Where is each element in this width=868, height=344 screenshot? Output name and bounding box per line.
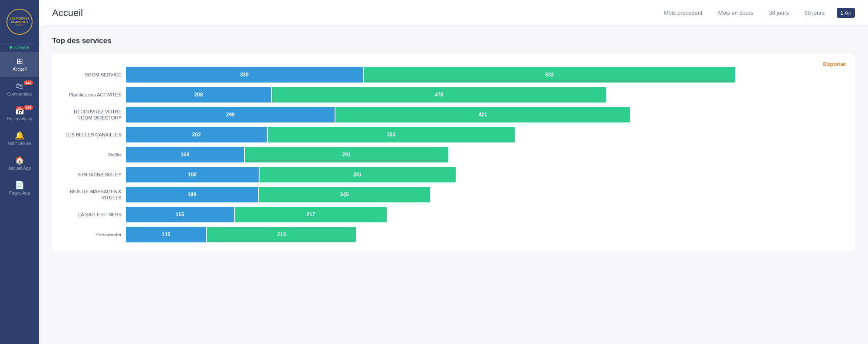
sidebar-item-pages-app[interactable]: 📄 Pages App: [0, 176, 39, 201]
bar-green: 245: [259, 187, 430, 202]
sidebar-item-label: Notifications: [8, 141, 31, 146]
bar-blue: 190: [126, 167, 259, 182]
accueil-app-icon: 🏠: [15, 156, 24, 164]
sidebar-logo: LES ROCHESBLANCHES CASSIS: [0, 0, 39, 43]
chart-row: BEAUTÉ MASSAGES & RITUELS189245: [61, 187, 842, 202]
bar-container: 202353: [126, 127, 842, 142]
sidebar-item-commandes[interactable]: 126 🛍 Commandes: [0, 77, 39, 102]
bar-container: 208478: [126, 87, 842, 103]
row-label: Netflix: [61, 152, 122, 158]
bar-green: 291: [245, 147, 448, 162]
section-title: Top des services: [52, 36, 855, 45]
bar-blue: 115: [126, 227, 206, 242]
pages-app-icon: 📄: [15, 181, 24, 189]
bar-blue: 299: [126, 107, 335, 122]
bar-blue: 202: [126, 127, 267, 142]
bar-container: 299421: [126, 107, 842, 122]
connected-dot: [10, 46, 12, 49]
bar-container: 339532: [126, 67, 842, 83]
reservations-badge: 283: [24, 105, 33, 110]
row-label: SPA SOINS SISLEY: [61, 172, 122, 178]
chart-row: Pressreader115213: [61, 227, 842, 242]
chart-row: LES BELLES CANAILLES202353: [61, 127, 842, 142]
sidebar-item-accueil[interactable]: ⊞ Accueil: [0, 52, 39, 77]
bar-green: 532: [364, 67, 736, 83]
commandes-badge: 126: [24, 80, 33, 85]
row-label: ROOM SERVICE: [61, 72, 122, 78]
bar-green: 213: [207, 227, 356, 242]
filter-mois-precedent[interactable]: Mois précédent: [661, 8, 706, 18]
chart-row: ROOM SERVICE339532: [61, 67, 842, 83]
page-title: Accueil: [52, 7, 83, 19]
sidebar-item-label: Accueil: [13, 67, 26, 72]
connection-status: connecté: [10, 43, 30, 52]
filter-30-jours[interactable]: 30 jours: [765, 8, 792, 18]
row-label: Pressreader: [61, 232, 122, 238]
chart-container: Exporter ROOM SERVICE339532Planifiez vos…: [52, 54, 855, 251]
sidebar-item-label: Réservations: [7, 116, 32, 121]
chart-row: LA SALLE FITNESS155217: [61, 207, 842, 222]
bar-green: 281: [260, 167, 456, 182]
bar-blue: 208: [126, 87, 271, 103]
bar-blue: 339: [126, 67, 363, 83]
sidebar-item-accueil-app[interactable]: 🏠 Accueil App: [0, 151, 39, 176]
chart-row: Planifiez vos ACTIVITÉS208478: [61, 87, 842, 103]
bar-blue: 169: [126, 147, 244, 162]
main-content: Accueil Mois précédent Mois en cours 30 …: [39, 0, 868, 344]
chart-row: DÉCOUVREZ VOTRE ROOM DIRECTORY299421: [61, 107, 842, 122]
bar-container: 190281: [126, 167, 842, 182]
row-label: LES BELLES CANAILLES: [61, 132, 122, 138]
chart-row: Netflix169291: [61, 147, 842, 162]
bar-container: 155217: [126, 207, 842, 222]
export-button[interactable]: Exporter: [823, 61, 846, 67]
sidebar-item-notifications[interactable]: 🔔 Notifications: [0, 126, 39, 151]
bar-green: 421: [335, 107, 630, 122]
bar-green: 217: [235, 207, 387, 222]
row-label: Planifiez vos ACTIVITÉS: [61, 92, 122, 98]
chart-rows: ROOM SERVICE339532Planifiez vos ACTIVITÉ…: [61, 67, 842, 242]
row-label: DÉCOUVREZ VOTRE ROOM DIRECTORY: [61, 109, 122, 121]
notifications-icon: 🔔: [15, 132, 24, 139]
home-dashboard-icon: ⊞: [16, 57, 23, 65]
sidebar: LES ROCHESBLANCHES CASSIS connecté ⊞ Acc…: [0, 0, 39, 344]
chart-row: SPA SOINS SISLEY190281: [61, 167, 842, 182]
sidebar-item-label: Pages App: [9, 191, 30, 195]
logo-text: LES ROCHESBLANCHES: [10, 17, 30, 23]
sidebar-item-label: Commandes: [7, 92, 32, 96]
row-label: BEAUTÉ MASSAGES & RITUELS: [61, 189, 122, 201]
sidebar-item-reservations[interactable]: 283 📅 Réservations: [0, 102, 39, 126]
filter-1-an[interactable]: 1 An: [837, 8, 855, 18]
commandes-icon: 🛍: [16, 82, 23, 90]
reservations-icon: 📅: [15, 107, 24, 115]
bar-container: 189245: [126, 187, 842, 202]
filter-90-jours[interactable]: 90 jours: [801, 8, 828, 18]
bar-blue: 155: [126, 207, 234, 222]
logo-subtitle: CASSIS: [16, 23, 23, 26]
sidebar-item-label: Accueil App: [8, 166, 31, 171]
nav-items: ⊞ Accueil 126 🛍 Commandes 283 📅 Réservat…: [0, 52, 39, 344]
time-filters: Mois précédent Mois en cours 30 jours 90…: [661, 8, 855, 18]
bar-green: 353: [268, 127, 514, 142]
row-label: LA SALLE FITNESS: [61, 212, 122, 218]
header: Accueil Mois précédent Mois en cours 30 …: [39, 0, 868, 26]
content-area: Top des services Exporter ROOM SERVICE33…: [39, 26, 868, 344]
bar-green: 478: [272, 87, 606, 103]
filter-mois-cours[interactable]: Mois en cours: [715, 8, 757, 18]
bar-container: 115213: [126, 227, 842, 242]
logo-circle: LES ROCHESBLANCHES CASSIS: [7, 9, 33, 35]
bar-blue: 189: [126, 187, 258, 202]
bar-container: 169291: [126, 147, 842, 162]
